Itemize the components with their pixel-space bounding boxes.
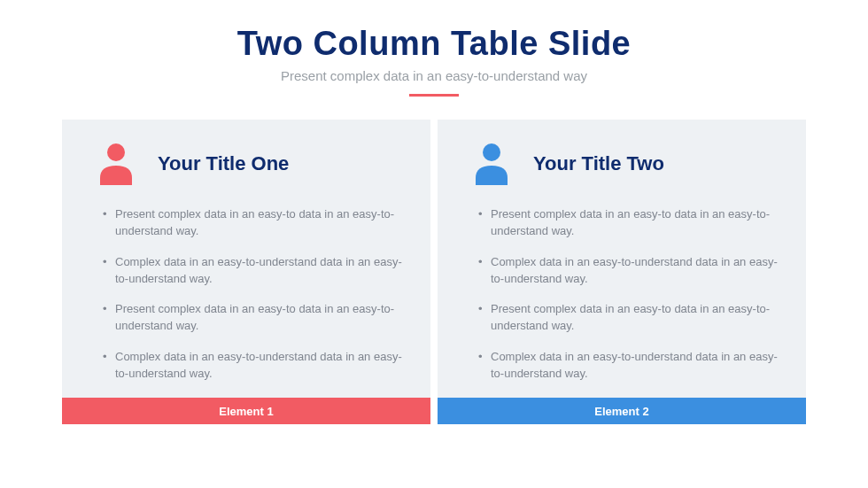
person-icon [97, 143, 135, 185]
slide-title: Two Column Table Slide [237, 25, 632, 63]
list-item: Complex data in an easy-to-understand da… [478, 349, 779, 383]
slide-container: Two Column Table Slide Present complex d… [0, 0, 868, 488]
list-item: Present complex data in an easy-to data … [478, 206, 779, 240]
list-item: Complex data in an easy-to-understand da… [103, 254, 404, 288]
card-2: Your Title Two Present complex data in a… [438, 120, 806, 398]
title-divider [409, 94, 459, 97]
column-2: Your Title Two Present complex data in a… [438, 120, 806, 424]
columns-container: Your Title One Present complex data in a… [62, 120, 806, 424]
list-item: Present complex data in an easy-to data … [103, 206, 404, 240]
svg-point-1 [483, 143, 500, 161]
column-1-footer: Element 1 [62, 398, 430, 424]
card-1-header: Your Title One [89, 143, 404, 185]
column-1: Your Title One Present complex data in a… [62, 120, 430, 424]
list-item: Present complex data in an easy-to data … [103, 301, 404, 335]
card-2-title: Your Title Two [533, 152, 664, 175]
list-item: Complex data in an easy-to-understand da… [478, 254, 779, 288]
card-1-title: Your Title One [158, 152, 289, 175]
card-1: Your Title One Present complex data in a… [62, 120, 430, 398]
svg-point-0 [107, 143, 125, 161]
card-2-header: Your Title Two [464, 143, 779, 185]
column-2-footer: Element 2 [438, 398, 806, 424]
list-item: Present complex data in an easy-to data … [478, 301, 779, 335]
slide-subtitle: Present complex data in an easy-to-under… [281, 68, 587, 83]
list-item: Complex data in an easy-to-understand da… [103, 349, 404, 383]
card-2-bullets: Present complex data in an easy-to data … [464, 206, 779, 383]
card-1-bullets: Present complex data in an easy-to data … [89, 206, 404, 383]
person-icon [473, 143, 510, 185]
